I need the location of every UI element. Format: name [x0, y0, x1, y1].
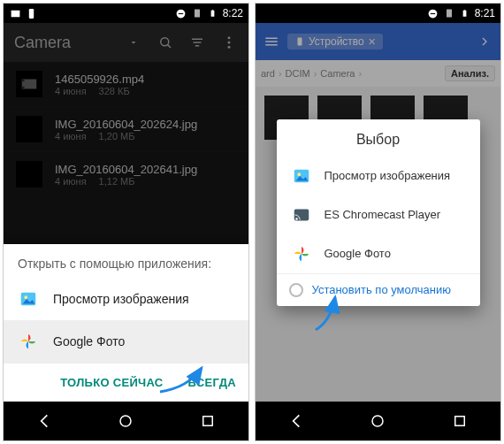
- dialog-item-chromecast[interactable]: ES Chromecast Player: [277, 195, 480, 234]
- svg-rect-36: [455, 417, 465, 426]
- dnd-icon: [427, 7, 439, 19]
- dnd-icon: [175, 7, 187, 19]
- dialog-item-gallery[interactable]: Просмотр изображения: [277, 157, 480, 195]
- svg-rect-4: [195, 10, 200, 18]
- no-sim-icon: [443, 7, 455, 19]
- sheet-item-label: Google Фото: [53, 334, 125, 348]
- sort-icon[interactable]: [188, 34, 206, 51]
- file-name: 1465059926.mp4: [55, 73, 144, 86]
- svg-rect-21: [203, 417, 213, 426]
- dialog-item-google-photos[interactable]: Google Фото: [277, 234, 480, 273]
- svg-point-35: [372, 416, 383, 426]
- sheet-item-gallery[interactable]: Просмотр изображения: [4, 278, 248, 320]
- dialog-item-label: Google Фото: [325, 247, 391, 260]
- svg-rect-1: [28, 9, 33, 19]
- choose-app-dialog: Выбор Просмотр изображения ES Chromecast…: [277, 119, 480, 306]
- file-row[interactable]: 1465059926.mp4 4 июня328 КБ: [4, 62, 248, 107]
- svg-point-14: [228, 46, 231, 49]
- dialog-footer: Установить по умолчанию: [277, 273, 480, 306]
- back-icon[interactable]: [34, 411, 54, 431]
- dropdown-icon[interactable]: [125, 34, 142, 51]
- sheet-item-label: Просмотр изображения: [53, 292, 189, 306]
- svg-point-20: [120, 416, 131, 426]
- file-row[interactable]: IMG_20160604_202641.jpg 4 июня1,12 МБ: [4, 152, 248, 197]
- svg-rect-23: [431, 12, 435, 13]
- overflow-icon[interactable]: [220, 34, 238, 51]
- toolbar-title: Camera: [14, 34, 111, 52]
- status-time: 8:22: [223, 7, 243, 19]
- svg-rect-6: [212, 10, 214, 11]
- set-default-label[interactable]: Установить по умолчанию: [312, 283, 451, 296]
- svg-rect-0: [11, 10, 19, 17]
- svg-rect-5: [211, 11, 215, 17]
- battery-icon: [207, 7, 219, 19]
- svg-point-12: [228, 36, 231, 39]
- svg-point-34: [295, 218, 298, 220]
- svg-point-19: [24, 295, 27, 299]
- sheet-title: Открыть с помощью приложения:: [4, 244, 248, 278]
- navigation-bar: [256, 402, 500, 440]
- default-radio[interactable]: [289, 283, 303, 297]
- navigation-bar: [4, 402, 248, 440]
- chromecast-icon: [291, 204, 312, 226]
- home-icon[interactable]: [116, 411, 135, 431]
- recents-icon[interactable]: [450, 411, 470, 431]
- gallery-app-icon: [291, 165, 312, 187]
- home-icon[interactable]: [368, 411, 387, 431]
- status-time: 8:21: [475, 7, 495, 19]
- image-thumb-icon: [16, 116, 42, 142]
- gallery-notif-icon: [9, 7, 21, 19]
- always-button[interactable]: ВСЕГДА: [176, 364, 248, 402]
- svg-point-32: [297, 172, 301, 176]
- svg-point-13: [228, 42, 231, 44]
- phone-right: 8:21 Устройство ✕ ard › DCIM › Camera › …: [255, 3, 501, 441]
- svg-line-8: [168, 45, 171, 48]
- no-sim-icon: [191, 7, 203, 19]
- sheet-item-google-photos[interactable]: Google Фото: [4, 320, 248, 363]
- google-photos-icon: [291, 243, 312, 264]
- dialog-item-label: Просмотр изображения: [325, 169, 451, 182]
- svg-point-7: [161, 38, 169, 46]
- battery-icon: [459, 7, 471, 19]
- gallery-app-icon: [18, 288, 39, 310]
- search-icon[interactable]: [157, 34, 174, 51]
- svg-rect-17: [22, 87, 25, 89]
- svg-rect-3: [179, 12, 183, 13]
- image-thumb-icon: [16, 161, 42, 188]
- status-bar: 8:22: [4, 4, 248, 23]
- google-photos-icon: [18, 331, 39, 352]
- sheet-actions: ТОЛЬКО СЕЙЧАС ВСЕГДА: [4, 363, 248, 402]
- phone-left: 8:22 Camera 1465059926.mp4 4 июня328 КБ: [3, 3, 249, 441]
- file-name: IMG_20160604_202641.jpg: [55, 163, 197, 176]
- svg-rect-26: [464, 10, 466, 11]
- phone-notif-icon: [25, 7, 37, 19]
- recents-icon[interactable]: [198, 411, 218, 431]
- status-bar: 8:21: [256, 4, 500, 23]
- file-row[interactable]: IMG_20160604_202624.jpg 4 июня1,20 МБ: [4, 107, 248, 152]
- video-icon: [16, 71, 42, 97]
- just-once-button[interactable]: ТОЛЬКО СЕЙЧАС: [48, 364, 175, 402]
- file-name: IMG_20160604_202624.jpg: [55, 118, 197, 131]
- back-icon[interactable]: [286, 411, 306, 431]
- dialog-title: Выбор: [277, 119, 480, 157]
- svg-rect-24: [447, 10, 452, 18]
- app-toolbar: Camera: [4, 23, 248, 62]
- open-with-sheet: Открыть с помощью приложения: Просмотр и…: [4, 244, 248, 402]
- dialog-item-label: ES Chromecast Player: [325, 208, 441, 221]
- dialog-scrim[interactable]: Выбор Просмотр изображения ES Chromecast…: [256, 23, 500, 402]
- svg-rect-16: [22, 80, 25, 82]
- svg-rect-25: [463, 11, 467, 17]
